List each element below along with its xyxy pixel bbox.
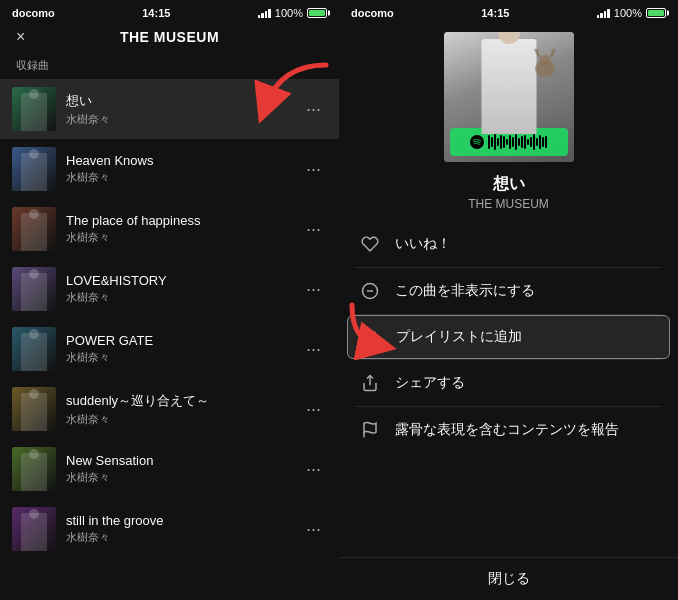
track-name: Heaven Knows (66, 153, 290, 168)
track-more-button[interactable]: ··· (300, 275, 327, 304)
track-item[interactable]: 想い 水樹奈々 ··· (0, 79, 339, 139)
track-more-button[interactable]: ··· (300, 95, 327, 124)
track-artist: 水樹奈々 (66, 112, 290, 127)
song-album: THE MUSEUM (355, 197, 662, 211)
left-time: 14:15 (142, 7, 170, 19)
menu-item-add-playlist[interactable]: プレイリストに追加 (347, 315, 670, 359)
track-artist: 水樹奈々 (66, 412, 290, 427)
track-artist: 水樹奈々 (66, 290, 290, 305)
menu-item-label: シェアする (395, 374, 465, 392)
battery-icon (307, 8, 327, 18)
svg-rect-11 (364, 336, 373, 338)
flag-icon (359, 421, 381, 439)
left-header: × THE MUSEUM (0, 24, 339, 54)
track-item[interactable]: LOVE&HISTORY 水樹奈々 ··· (0, 259, 339, 319)
track-thumbnail (12, 267, 56, 311)
menu-item-like[interactable]: いいね！ (339, 221, 678, 267)
menu-list: いいね！ この曲を非表示にする プレイリストに追加 シェアする 露骨な表現を含む… (339, 213, 678, 557)
spotify-barcode (488, 134, 547, 150)
track-info: Heaven Knows 水樹奈々 (56, 153, 300, 185)
svg-rect-12 (364, 339, 370, 341)
track-more-button[interactable]: ··· (300, 335, 327, 364)
track-name: New Sensation (66, 453, 290, 468)
right-time: 14:15 (481, 7, 509, 19)
track-list: 想い 水樹奈々 ··· Heaven Knows 水樹奈々 ··· (0, 79, 339, 600)
signal-bars-icon (258, 8, 271, 18)
track-info: 想い 水樹奈々 (56, 92, 300, 127)
track-info: still in the groove 水樹奈々 (56, 513, 300, 545)
right-panel: docomo 14:15 100% (339, 0, 678, 600)
right-battery-area: 100% (597, 7, 666, 19)
track-thumbnail (12, 207, 56, 251)
track-thumbnail (12, 387, 56, 431)
track-artist: 水樹奈々 (66, 470, 290, 485)
menu-item-report[interactable]: 露骨な表現を含むコンテンツを報告 (339, 407, 678, 453)
right-battery-icon (646, 8, 666, 18)
track-item[interactable]: POWER GATE 水樹奈々 ··· (0, 319, 339, 379)
menu-item-label: 露骨な表現を含むコンテンツを報告 (395, 421, 619, 439)
track-name: The place of happiness (66, 213, 290, 228)
minus-circle-icon (359, 282, 381, 300)
left-battery-label: 100% (275, 7, 303, 19)
track-name: suddenly～巡り合えて～ (66, 392, 290, 410)
track-item[interactable]: suddenly～巡り合えて～ 水樹奈々 ··· (0, 379, 339, 439)
track-artist: 水樹奈々 (66, 170, 290, 185)
track-info: The place of happiness 水樹奈々 (56, 213, 300, 245)
track-more-button[interactable]: ··· (300, 395, 327, 424)
menu-item-hide[interactable]: この曲を非表示にする (339, 268, 678, 314)
close-menu-button[interactable]: 閉じる (339, 557, 678, 600)
left-panel: docomo 14:15 100% × THE MUSEUM 収録曲 (0, 0, 339, 600)
track-info: suddenly～巡り合えて～ 水樹奈々 (56, 392, 300, 427)
track-thumbnail (12, 147, 56, 191)
right-status-bar: docomo 14:15 100% (339, 0, 678, 24)
track-name: POWER GATE (66, 333, 290, 348)
track-thumbnail (12, 447, 56, 491)
album-art-container (339, 24, 678, 168)
menu-item-share[interactable]: シェアする (339, 360, 678, 406)
track-info: POWER GATE 水樹奈々 (56, 333, 300, 365)
menu-item-label: この曲を非表示にする (395, 282, 535, 300)
song-title-area: 想い THE MUSEUM (339, 168, 678, 213)
menu-item-label: プレイリストに追加 (396, 328, 522, 346)
album-art (444, 32, 574, 162)
right-battery-label: 100% (614, 7, 642, 19)
track-item[interactable]: New Sensation 水樹奈々 ··· (0, 439, 339, 499)
svg-point-2 (539, 55, 551, 67)
left-status-bar: docomo 14:15 100% (0, 0, 339, 24)
menu-item-label: いいね！ (395, 235, 451, 253)
track-name: LOVE&HISTORY (66, 273, 290, 288)
track-thumbnail (12, 87, 56, 131)
right-signal-bars-icon (597, 8, 610, 18)
track-item[interactable]: still in the groove 水樹奈々 ··· (0, 499, 339, 559)
track-name: still in the groove (66, 513, 290, 528)
section-label: 収録曲 (0, 54, 339, 79)
close-button[interactable]: × (16, 28, 25, 46)
track-more-button[interactable]: ··· (300, 215, 327, 244)
track-thumbnail (12, 327, 56, 371)
track-name: 想い (66, 92, 290, 110)
left-carrier: docomo (12, 7, 55, 19)
svg-rect-10 (364, 332, 376, 334)
track-item[interactable]: Heaven Knows 水樹奈々 ··· (0, 139, 339, 199)
track-thumbnail (12, 507, 56, 551)
track-more-button[interactable]: ··· (300, 515, 327, 544)
song-title: 想い (355, 174, 662, 195)
share-icon (359, 374, 381, 392)
track-more-button[interactable]: ··· (300, 455, 327, 484)
heart-icon (359, 235, 381, 253)
track-info: New Sensation 水樹奈々 (56, 453, 300, 485)
left-page-title: THE MUSEUM (120, 29, 219, 45)
track-artist: 水樹奈々 (66, 350, 290, 365)
track-artist: 水樹奈々 (66, 530, 290, 545)
track-item[interactable]: The place of happiness 水樹奈々 ··· (0, 199, 339, 259)
left-battery-area: 100% (258, 7, 327, 19)
playlist-add-icon (360, 328, 382, 346)
track-info: LOVE&HISTORY 水樹奈々 (56, 273, 300, 305)
track-more-button[interactable]: ··· (300, 155, 327, 184)
right-carrier: docomo (351, 7, 394, 19)
track-artist: 水樹奈々 (66, 230, 290, 245)
